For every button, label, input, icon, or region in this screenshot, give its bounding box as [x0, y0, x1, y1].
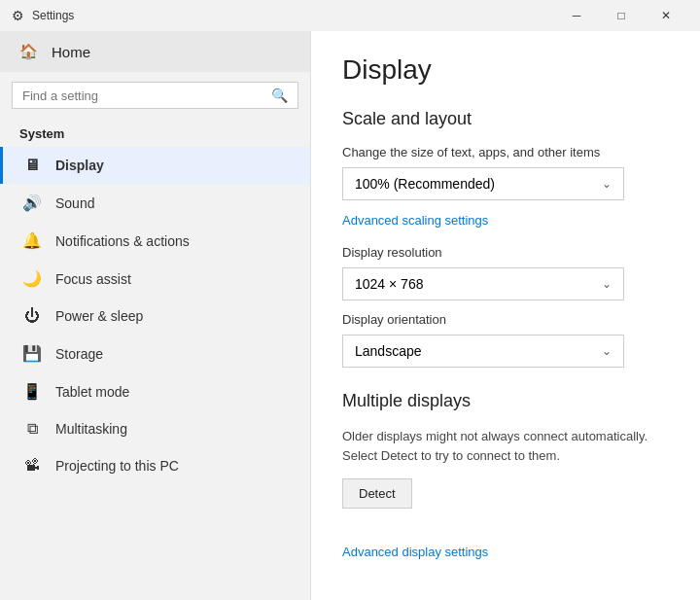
scale-label: Change the size of text, apps, and other… [342, 145, 669, 159]
scale-dropdown-value: 100% (Recommended) [355, 176, 495, 192]
sidebar-item-projecting-label: Projecting to this PC [55, 458, 179, 474]
sidebar-item-display-label: Display [55, 158, 104, 173]
sidebar-item-projecting[interactable]: 📽 Projecting to this PC [0, 447, 310, 484]
sidebar-item-notifications[interactable]: 🔔 Notifications & actions [0, 222, 310, 260]
orientation-dropdown-chevron-icon: ⌄ [602, 344, 612, 358]
sidebar-home-item[interactable]: 🏠 Home [0, 31, 310, 72]
titlebar-controls: ─ □ ✕ [554, 0, 688, 31]
resolution-dropdown-chevron-icon: ⌄ [602, 277, 612, 291]
scale-dropdown[interactable]: 100% (Recommended) ⌄ [342, 167, 624, 200]
orientation-dropdown[interactable]: Landscape ⌄ [342, 335, 624, 368]
home-label: Home [52, 44, 90, 60]
sidebar-item-multitasking-label: Multitasking [55, 421, 127, 437]
orientation-dropdown-value: Landscape [355, 343, 422, 359]
sidebar-item-notifications-label: Notifications & actions [55, 233, 190, 249]
app-container: 🏠 Home 🔍 System 🖥 Display 🔊 Sound 🔔 Noti… [0, 31, 700, 600]
detect-button[interactable]: Detect [342, 478, 412, 509]
page-title: Display [342, 54, 669, 86]
titlebar: ⚙ Settings ─ □ ✕ [0, 0, 700, 31]
multiple-displays-title: Multiple displays [342, 391, 669, 411]
scale-dropdown-chevron-icon: ⌄ [602, 177, 612, 191]
sidebar-item-tablet[interactable]: 📱 Tablet mode [0, 372, 310, 410]
display-icon: 🖥 [22, 157, 42, 174]
search-input[interactable] [22, 88, 263, 103]
tablet-icon: 📱 [22, 382, 42, 401]
sidebar-item-sound[interactable]: 🔊 Sound [0, 184, 310, 222]
scale-section-title: Scale and layout [342, 109, 669, 129]
resolution-label: Display resolution [342, 245, 669, 260]
multitasking-icon: ⧉ [22, 420, 42, 438]
sidebar-item-storage-label: Storage [55, 346, 103, 362]
system-section-label: System [0, 119, 310, 147]
advanced-display-link[interactable]: Advanced display settings [342, 545, 488, 559]
search-box[interactable]: 🔍 [12, 82, 298, 109]
multiple-displays-desc: Older displays might not always connect … [342, 427, 669, 465]
search-icon: 🔍 [271, 88, 288, 103]
resolution-dropdown-value: 1024 × 768 [355, 276, 423, 292]
sidebar-item-storage[interactable]: 💾 Storage [0, 335, 310, 372]
main-content: Display Scale and layout Change the size… [311, 31, 700, 600]
sidebar-item-tablet-label: Tablet mode [55, 384, 129, 400]
focus-icon: 🌙 [22, 269, 42, 288]
sidebar-item-multitasking[interactable]: ⧉ Multitasking [0, 410, 310, 447]
resolution-dropdown[interactable]: 1024 × 768 ⌄ [342, 267, 624, 300]
sidebar-item-power-label: Power & sleep [55, 308, 143, 324]
multiple-displays-section: Multiple displays Older displays might n… [342, 391, 669, 528]
settings-app-icon: ⚙ [12, 8, 24, 23]
advanced-scaling-link[interactable]: Advanced scaling settings [342, 213, 488, 228]
titlebar-title: Settings [32, 9, 74, 22]
sidebar-item-focus[interactable]: 🌙 Focus assist [0, 260, 310, 298]
sidebar-item-sound-label: Sound [55, 195, 94, 211]
maximize-button[interactable]: □ [599, 0, 644, 31]
orientation-label: Display orientation [342, 312, 669, 327]
sidebar-item-display[interactable]: 🖥 Display [0, 147, 310, 184]
sound-icon: 🔊 [22, 194, 42, 212]
sidebar-item-focus-label: Focus assist [55, 271, 131, 287]
sidebar-item-power[interactable]: ⏻ Power & sleep [0, 298, 310, 335]
projecting-icon: 📽 [22, 457, 42, 475]
minimize-button[interactable]: ─ [554, 0, 599, 31]
sidebar: 🏠 Home 🔍 System 🖥 Display 🔊 Sound 🔔 Noti… [0, 31, 311, 600]
power-icon: ⏻ [22, 307, 42, 325]
home-icon: 🏠 [19, 43, 38, 60]
notifications-icon: 🔔 [22, 231, 42, 250]
storage-icon: 💾 [22, 344, 42, 363]
titlebar-left: ⚙ Settings [12, 8, 74, 23]
close-button[interactable]: ✕ [644, 0, 688, 31]
